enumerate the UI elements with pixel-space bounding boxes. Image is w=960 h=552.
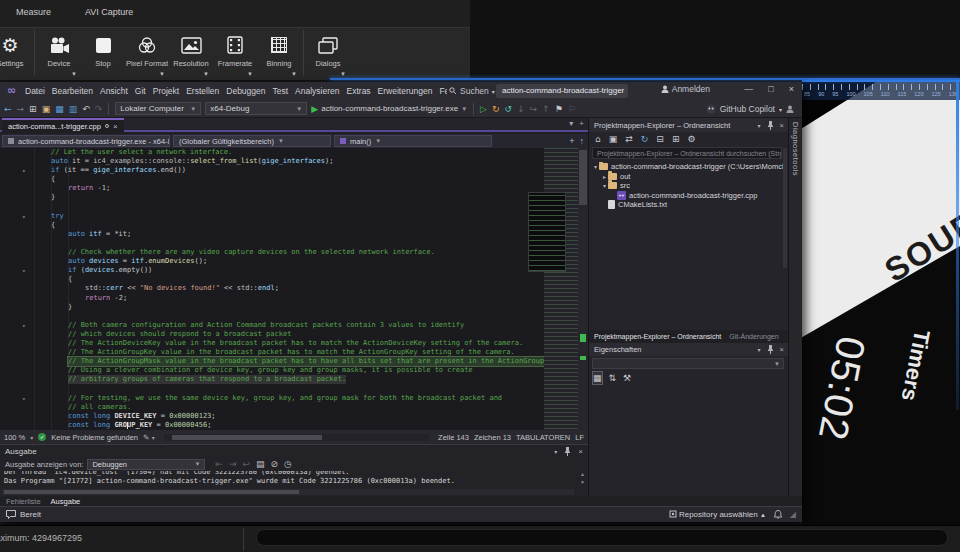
breadcrumb-segment[interactable]: main()▼ bbox=[334, 135, 492, 147]
restart-icon[interactable]: ↺ bbox=[505, 103, 513, 115]
resize-grip[interactable]: ◢ bbox=[790, 510, 796, 519]
scroll-down-icon[interactable]: ▼ bbox=[580, 479, 585, 485]
feedback-icon[interactable] bbox=[786, 105, 794, 113]
feedback-bubble-icon[interactable] bbox=[6, 510, 16, 519]
menu-test[interactable]: Test bbox=[273, 86, 289, 96]
menu-datei[interactable]: Datei bbox=[25, 86, 45, 96]
chevron-down-icon[interactable]: ▾ bbox=[554, 448, 557, 455]
bell-icon[interactable] bbox=[774, 510, 782, 519]
menu-fenster[interactable]: Fenster bbox=[439, 86, 447, 96]
sync-active-doc-icon[interactable]: ⇄ bbox=[625, 133, 633, 145]
show-all-files-icon[interactable]: ⊞ bbox=[672, 133, 680, 145]
target-dropdown[interactable]: Lokaler Computer▼ bbox=[115, 102, 201, 115]
save-all-icon[interactable]: ▥ bbox=[69, 103, 78, 115]
tab-diagnostic-tools[interactable]: Diagnosetools bbox=[791, 122, 800, 176]
menu-erweiterungen[interactable]: Erweiterungen bbox=[378, 86, 433, 96]
github-copilot-button[interactable]: GitHub Copilot ▾ bbox=[706, 100, 794, 118]
chevron-down-icon[interactable]: ▾ bbox=[758, 346, 761, 353]
menu-debuggen[interactable]: Debuggen bbox=[226, 86, 265, 96]
output-log[interactable]: Der Thread 'ic4.device_lost' (17304) hat… bbox=[4, 471, 574, 487]
pin-icon[interactable] bbox=[564, 447, 571, 456]
lines-icon[interactable]: ▤ bbox=[256, 458, 265, 470]
horizontal-scrollbar[interactable] bbox=[164, 434, 429, 441]
jump-first-icon[interactable]: ⇤ bbox=[215, 458, 223, 470]
fold-marker-icon[interactable]: ▾ bbox=[22, 394, 26, 403]
chevron-down-icon[interactable]: ▾ bbox=[758, 122, 761, 129]
indent-indicator[interactable]: TABULATOREN bbox=[516, 433, 570, 442]
select-repository-button[interactable]: Repository auswählen ▲ bbox=[669, 510, 766, 519]
settings-icon[interactable]: ⚙ bbox=[687, 133, 695, 145]
menu-analysieren[interactable]: Analysieren bbox=[295, 86, 339, 96]
menu-git[interactable]: Git bbox=[135, 86, 146, 96]
camera-button-stop[interactable]: Stop bbox=[81, 28, 125, 78]
zoom-level[interactable]: 100 % bbox=[4, 433, 25, 442]
camera-button-binning[interactable]: Binning▼ bbox=[257, 28, 301, 78]
camera-tab-measure[interactable]: Measure bbox=[12, 5, 55, 19]
menu-extras[interactable]: Extras bbox=[347, 86, 371, 96]
new-tab-icon[interactable]: + bbox=[579, 119, 584, 128]
forward-icon[interactable]: → bbox=[17, 103, 25, 115]
scrollbar-thumb[interactable] bbox=[579, 150, 587, 205]
folders-icon[interactable]: ▣ bbox=[609, 133, 618, 145]
camera-button-pixel-format[interactable]: Pixel Format▼ bbox=[125, 28, 169, 78]
minimap[interactable] bbox=[544, 148, 578, 430]
collapse-all-icon[interactable]: ⊟ bbox=[656, 133, 664, 145]
camera-button-framerate[interactable]: Framerate▼ bbox=[213, 28, 257, 78]
categorized-icon[interactable]: ▦ bbox=[593, 372, 602, 384]
tab-ausgabe[interactable]: Ausgabe bbox=[51, 497, 81, 506]
edit-mode-icon[interactable]: ✎ ▾ bbox=[143, 433, 155, 442]
camera-button-resolution[interactable]: Resolution▼ bbox=[169, 28, 213, 78]
fold-marker-icon[interactable]: ▾ bbox=[22, 166, 26, 175]
problems-status[interactable]: Keine Probleme gefunden bbox=[51, 433, 138, 442]
scroll-top-icon[interactable]: ↑ bbox=[580, 136, 585, 146]
close-tab-icon[interactable]: × bbox=[113, 122, 118, 131]
close-icon[interactable]: × bbox=[578, 447, 583, 456]
menu-bearbeiten[interactable]: Bearbeiten bbox=[52, 86, 93, 96]
maximize-button[interactable]: □ bbox=[768, 84, 773, 94]
undo-icon[interactable]: ↶ bbox=[82, 103, 90, 115]
clear-all-icon[interactable]: ⊘ bbox=[271, 458, 279, 470]
hot-reload-icon[interactable]: ↻ bbox=[492, 103, 500, 115]
camera-tab-avi-capture[interactable]: AVI Capture bbox=[81, 5, 137, 19]
close-icon[interactable]: × bbox=[780, 345, 784, 354]
refresh-icon[interactable]: ↻ bbox=[641, 133, 649, 145]
output-source-dropdown[interactable]: Debuggen ▼ bbox=[87, 459, 205, 470]
step-into-icon[interactable]: ↓ bbox=[517, 103, 525, 115]
output-horizontal-scrollbar[interactable] bbox=[2, 489, 574, 495]
step-over-icon[interactable]: ↪ bbox=[530, 103, 538, 115]
jump-last-icon[interactable]: ⇥ bbox=[229, 458, 237, 470]
menu-erstellen[interactable]: Erstellen bbox=[186, 86, 219, 96]
bookmark-gray-icon[interactable]: ⚐ bbox=[568, 103, 576, 115]
fold-marker-icon[interactable]: ▾ bbox=[22, 321, 26, 330]
vertical-scrollbar[interactable] bbox=[578, 148, 588, 430]
wrap-icon[interactable]: ↩ bbox=[243, 458, 251, 470]
scrollbar-thumb[interactable] bbox=[172, 435, 322, 440]
fold-marker-icon[interactable]: ▾ bbox=[22, 212, 26, 221]
attach-icon[interactable]: ▷ bbox=[480, 103, 487, 115]
editor-tab[interactable]: action-comma...t-trigger.cpp × bbox=[2, 118, 124, 132]
tree-item[interactable]: CMakeLists.txt bbox=[589, 200, 783, 210]
minimize-button[interactable]: — bbox=[744, 84, 753, 94]
tree-item[interactable]: ▾src bbox=[589, 181, 783, 191]
save-icon[interactable]: ▦ bbox=[55, 103, 64, 115]
tab-projektmappen-explorer-ordneransicht[interactable]: Projektmappen-Explorer – Ordneransicht bbox=[594, 333, 721, 340]
split-editor-icon[interactable]: + bbox=[569, 136, 574, 146]
camera-button-device[interactable]: Device▼ bbox=[37, 28, 81, 78]
redo-icon[interactable]: ↷ bbox=[95, 103, 103, 115]
home-icon[interactable]: ⌂ bbox=[595, 133, 601, 145]
breadcrumb-segment[interactable]: action-command-broadcast-trigger.exe - x… bbox=[2, 135, 170, 147]
camera-button-dialogs[interactable]: Dialogs▼ bbox=[306, 28, 350, 78]
tab-fehlerliste[interactable]: Fehlerliste bbox=[6, 497, 41, 506]
pin-icon[interactable] bbox=[767, 121, 774, 130]
expander-icon[interactable]: ▸ bbox=[601, 173, 608, 180]
tab-git-änderungen[interactable]: Git-Änderungen bbox=[729, 333, 778, 340]
new-project-icon[interactable]: ⊞ bbox=[29, 103, 37, 115]
eol-indicator[interactable]: LF bbox=[575, 433, 584, 442]
scroll-up-icon[interactable]: ▲ bbox=[580, 471, 585, 477]
close-icon[interactable]: × bbox=[780, 121, 784, 130]
breadcrumb-segment[interactable]: (Globaler Gültigkeitsbereich)▼ bbox=[173, 135, 331, 147]
tree-item[interactable]: ▾action-command-broadcast-trigger (C:\Us… bbox=[589, 162, 783, 172]
expander-icon[interactable]: ▾ bbox=[601, 182, 608, 189]
step-out-icon[interactable]: ↑ bbox=[542, 103, 550, 115]
menu-ansicht[interactable]: Ansicht bbox=[100, 86, 128, 96]
